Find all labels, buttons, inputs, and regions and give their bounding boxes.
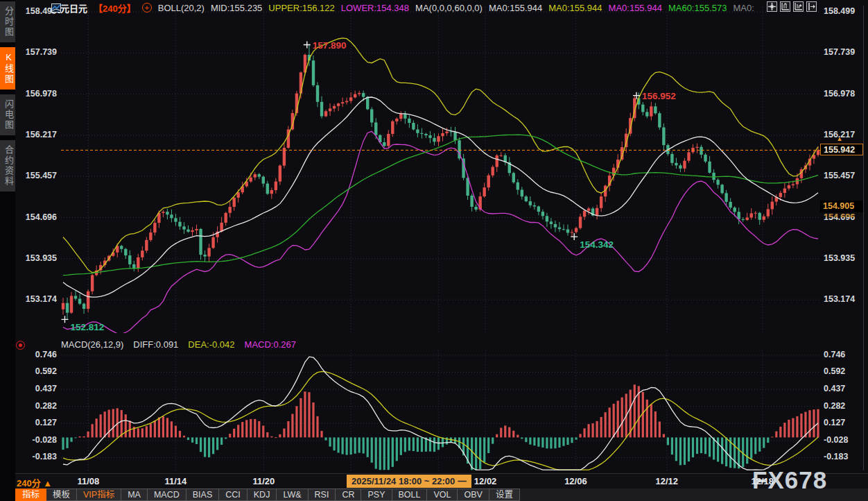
panel-right-border bbox=[863, 6, 864, 470]
dea-line bbox=[63, 371, 818, 470]
toolbar-button-LW&[interactable]: LW& bbox=[277, 489, 308, 501]
extreme-price-label: 154.342 bbox=[580, 239, 614, 250]
price-tick-right-6: 153.935 bbox=[824, 253, 865, 264]
date-tick-12/12: 12/12 bbox=[656, 476, 679, 486]
add-indicator-icon[interactable]: + bbox=[142, 3, 152, 12]
macd-histogram bbox=[62, 384, 819, 470]
ma0-magenta-value: MA0:155.944 bbox=[609, 3, 662, 13]
macd-chart-canvas[interactable] bbox=[61, 350, 820, 470]
date-tick-12/06: 12/06 bbox=[564, 476, 587, 486]
macd-settings-icon[interactable] bbox=[16, 341, 25, 350]
zoom-out-icon[interactable] bbox=[793, 1, 804, 12]
toolbar-button-MA[interactable]: MA bbox=[121, 489, 148, 501]
macd-tick-right-1: 0.592 bbox=[824, 366, 865, 377]
toolbar-button-设置[interactable]: 设置 bbox=[489, 489, 520, 501]
toolbar-button-BOLL[interactable]: BOLL bbox=[392, 489, 428, 501]
price-tick-right-0: 158.499 bbox=[824, 6, 865, 17]
price-tick-right-4: 155.457 bbox=[824, 171, 865, 181]
price-tick-right-3: 156.217 bbox=[824, 130, 865, 140]
period-label: 【240分】 bbox=[94, 1, 136, 15]
sidebar-tab-2[interactable]: 闪电图 bbox=[0, 94, 15, 135]
macd-tick-right-5: -0.028 bbox=[824, 435, 865, 445]
current-price-arrow-icon: ▲ bbox=[835, 136, 844, 142]
left-tab-bar: 分时图K线图闪电图合约资料 bbox=[0, 0, 15, 501]
macd-tick-right-4: 0.127 bbox=[824, 418, 865, 428]
macd-tick-right-0: 0.746 bbox=[824, 350, 865, 360]
price-tick-right-7: 153.174 bbox=[824, 294, 865, 305]
toolbar-button-模板[interactable]: 模板 bbox=[46, 489, 77, 501]
ma-label: MA(0,0,0,60,0,0) bbox=[415, 3, 483, 13]
price-grid bbox=[61, 7, 820, 333]
price-tick-right-1: 157.739 bbox=[824, 47, 865, 58]
macd-value: MACD:0.267 bbox=[245, 339, 296, 350]
ma0-yellow-value: MA0:155.944 bbox=[548, 3, 602, 13]
extreme-price-label: 152.812 bbox=[70, 322, 104, 332]
candlestick-chart-canvas[interactable]: 152.812157.890154.342156.952 bbox=[61, 7, 820, 333]
ma-indicator-icon[interactable] bbox=[51, 3, 61, 12]
boll-lower-line bbox=[63, 131, 818, 333]
boll-mid-value: MID:155.235 bbox=[211, 3, 262, 13]
toolbar-button-VIP指标[interactable]: VIP指标 bbox=[77, 489, 121, 501]
toolbar-button-指标[interactable]: 指标 bbox=[15, 489, 46, 501]
macd-dea-value: DEA:-0.042 bbox=[188, 339, 234, 350]
sidebar-tab-3[interactable]: 合约资料 bbox=[0, 140, 15, 192]
pan-right-icon[interactable] bbox=[806, 1, 817, 12]
sidebar-tab-0[interactable]: 分时图 bbox=[0, 1, 15, 42]
toolbar-button-PSY[interactable]: PSY bbox=[361, 489, 392, 501]
secondary-price-tag: 154.905 bbox=[820, 201, 863, 212]
ma0-empty-value: MA0: bbox=[733, 3, 754, 13]
ma0-white-value: MA0:155.944 bbox=[489, 3, 542, 13]
period-selector[interactable]: 240分 ▲ bbox=[17, 476, 52, 489]
date-tick-11/14: 11/14 bbox=[164, 476, 186, 486]
macd-legend-bar: MACD(26,12,9) DIFF:0.091 DEA:-0.042 MACD… bbox=[61, 339, 296, 350]
extreme-price-label: 156.952 bbox=[642, 91, 676, 101]
toolbar-button-CCI[interactable]: CCI bbox=[219, 489, 248, 501]
macd-label: MACD(26,12,9) bbox=[61, 339, 123, 350]
toolbar-button-CR[interactable]: CR bbox=[336, 489, 361, 501]
boll-label: BOLL(20,2) bbox=[158, 3, 205, 13]
candles-layer bbox=[62, 45, 819, 320]
boll-mid-line bbox=[63, 97, 818, 297]
current-price-tag: 155.942 bbox=[820, 144, 863, 155]
indicator-toolbar: 指标模板VIP指标MAMACDBIASCCIKDJLW&RSICRPSYBOLL… bbox=[15, 489, 868, 501]
boll-upper-value: UPPER:156.122 bbox=[268, 3, 334, 13]
zoom-in-icon[interactable] bbox=[780, 1, 790, 12]
toolbar-button-KDJ[interactable]: KDJ bbox=[248, 489, 277, 501]
macd-tick-right-6: -0.183 bbox=[824, 452, 865, 462]
crosshair-date-readout: 2025/11/24 18:00 ~ 22:00 一 bbox=[347, 475, 471, 488]
date-tick-11/20: 11/20 bbox=[252, 476, 275, 486]
toolbar-button-RSI[interactable]: RSI bbox=[309, 489, 336, 501]
chart-corner-toolbar bbox=[767, 1, 817, 12]
hidden-tick-label: 154.696 bbox=[824, 212, 865, 217]
extreme-markers: 152.812157.890154.342156.952 bbox=[61, 40, 675, 333]
toolbar-button-MACD[interactable]: MACD bbox=[148, 489, 186, 501]
boll-lower-value: LOWER:154.348 bbox=[341, 3, 409, 13]
date-tick-12/02: 12/02 bbox=[474, 476, 497, 486]
time-axis: 240分 ▲ 2025/11/24 18:00 ~ 22:00 一 11/081… bbox=[0, 473, 868, 489]
macd-tick-right-3: 0.282 bbox=[824, 401, 865, 411]
date-tick-11/08: 11/08 bbox=[77, 476, 99, 486]
brand-watermark: FX678 bbox=[752, 466, 827, 494]
toolbar-button-OBV[interactable]: OBV bbox=[458, 489, 489, 501]
price-tick-right-2: 156.978 bbox=[824, 89, 865, 99]
crosshair-icon[interactable] bbox=[767, 1, 777, 12]
indicator-legend-bar: 美元日元 【240分】 + BOLL(20,2) MID:155.235 UPP… bbox=[51, 1, 754, 14]
chart-app: 分时图K线图闪电图合约资料 美元日元 【240分】 + BOLL(20,2) M… bbox=[0, 0, 868, 501]
sidebar-tab-1[interactable]: K线图 bbox=[0, 47, 15, 90]
toolbar-button-BIAS[interactable]: BIAS bbox=[186, 489, 220, 501]
toolbar-button-VOL[interactable]: VOL bbox=[427, 489, 458, 501]
macd-tick-right-2: 0.437 bbox=[824, 384, 865, 394]
macd-diff-value: DIFF:0.091 bbox=[133, 339, 178, 350]
extreme-price-label: 157.890 bbox=[313, 40, 347, 51]
ma60-value: MA60:155.573 bbox=[668, 3, 727, 13]
